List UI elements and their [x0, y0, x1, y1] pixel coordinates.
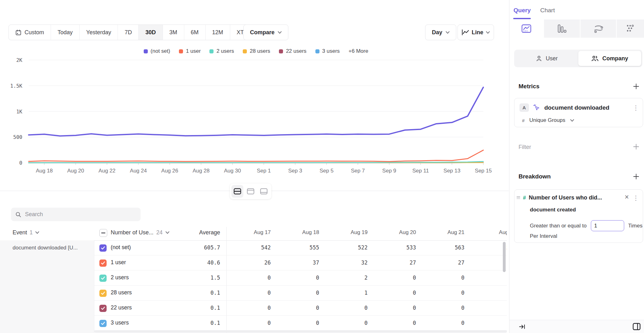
layout-toggle-group	[230, 183, 271, 199]
main-area: CustomTodayYesterday7D30D3M6M12MXTD Comp…	[0, 0, 509, 333]
granularity-button[interactable]: Day	[425, 25, 456, 40]
range-button-custom[interactable]: Custom	[9, 25, 51, 40]
svg-text:Aug 22: Aug 22	[98, 168, 115, 174]
horizontal-scrollbar[interactable]	[94, 330, 507, 333]
close-icon[interactable]: ×	[625, 194, 629, 201]
cell-value: 32	[324, 259, 373, 266]
date-column-header[interactable]: Aug 20	[373, 229, 421, 236]
chart-type-flow-button[interactable]	[580, 19, 617, 38]
range-button-30d[interactable]: 30D	[138, 25, 162, 40]
cell-value: 27	[421, 259, 469, 266]
date-column-header[interactable]: Aug 19	[324, 229, 373, 236]
series-checkbox[interactable]	[99, 244, 107, 252]
bottom-view-icon	[260, 188, 268, 194]
cell-value: 542	[227, 244, 276, 251]
date-column-header[interactable]: Aug 18	[276, 229, 324, 236]
user-icon	[536, 55, 542, 62]
check-icon	[101, 246, 105, 250]
select-all-checkbox[interactable]	[99, 229, 107, 237]
tab-query[interactable]: Query	[514, 7, 531, 14]
collapse-panel-icon[interactable]	[519, 324, 525, 330]
svg-text:Aug 30: Aug 30	[224, 168, 241, 174]
date-column-header[interactable]: Aug 17	[227, 229, 276, 236]
table-row[interactable]: (not set)605.754255552253356353	[94, 240, 507, 255]
event-name-cell[interactable]: document downloaded [U...	[0, 240, 94, 333]
svg-text:Sep 15: Sep 15	[475, 168, 492, 174]
table-row[interactable]: 1 user40.626373227272	[94, 255, 507, 270]
svg-text:Sep 7: Sep 7	[351, 168, 365, 174]
chart-type-button[interactable]: Line	[458, 25, 494, 40]
series-column-header[interactable]: Number of Use... 24	[111, 229, 169, 236]
series-checkbox[interactable]	[99, 259, 107, 267]
plus-icon	[633, 83, 640, 90]
drag-handle-icon[interactable]	[517, 197, 520, 199]
dot-grid-icon	[626, 24, 635, 33]
breakdown-menu-icon[interactable]: ⋮	[633, 195, 639, 201]
add-breakdown-button[interactable]	[633, 173, 640, 180]
table-row[interactable]: 3 users0.1000000	[94, 316, 507, 331]
cell-value: 533	[373, 244, 421, 251]
svg-text:Sep 1: Sep 1	[257, 168, 271, 174]
series-label: 3 users	[111, 319, 129, 326]
series-checkbox[interactable]	[99, 290, 107, 297]
range-button-6m[interactable]: 6M	[184, 25, 205, 40]
series-col-count: 24	[156, 229, 163, 236]
range-button-today[interactable]: Today	[51, 25, 79, 40]
chart-type-bar-button[interactable]	[544, 19, 580, 38]
date-column-headers: Aug 17Aug 18Aug 19Aug 20Aug 21Aug 2	[227, 229, 507, 236]
series-checkbox[interactable]	[99, 305, 107, 312]
table-search[interactable]	[11, 208, 141, 221]
row-values: 54255552253356353	[227, 244, 507, 251]
layout-split-button[interactable]	[231, 185, 243, 198]
line-chart[interactable]: 05001K1.5K2KAug 18Aug 20Aug 22Aug 24Aug …	[0, 44, 509, 179]
split-columns-icon[interactable]	[633, 323, 641, 330]
series-checkbox[interactable]	[99, 320, 107, 327]
cell-value: 0	[373, 275, 421, 281]
date-column-header[interactable]: Aug 21	[421, 229, 469, 236]
chart-type-grid-button[interactable]	[617, 19, 644, 38]
add-filter-button[interactable]	[633, 143, 640, 150]
metric-menu-icon[interactable]: ⋮	[633, 105, 639, 111]
breakdown-card[interactable]: # Number of Users who did... × ⋮ documen…	[514, 189, 643, 243]
metric-card[interactable]: A document downloaded ⋮ # Unique Groups	[514, 98, 643, 127]
tab-chart[interactable]: Chart	[540, 7, 555, 14]
table-row[interactable]: 28 users0.1001000	[94, 286, 507, 301]
add-metric-button[interactable]	[633, 83, 640, 90]
average-column-header[interactable]: Average	[189, 229, 220, 236]
check-icon	[101, 276, 105, 280]
average-value: 605.7	[189, 244, 220, 251]
date-column-header[interactable]: Aug 2	[469, 229, 507, 236]
line-chart-icon	[462, 29, 469, 35]
compare-button[interactable]: Compare	[243, 25, 288, 40]
range-button-3m[interactable]: 3M	[163, 25, 184, 40]
group-user-option[interactable]: User	[515, 51, 578, 66]
search-input[interactable]	[25, 211, 136, 218]
average-value: 0.1	[189, 305, 220, 311]
chevron-down-icon	[278, 31, 282, 34]
event-column-header[interactable]: Event 1	[13, 229, 39, 236]
range-button-yesterday[interactable]: Yesterday	[79, 25, 118, 40]
range-button-12m[interactable]: 12M	[205, 25, 230, 40]
vertical-scrollbar[interactable]	[503, 242, 506, 272]
group-company-option[interactable]: Company	[578, 51, 641, 66]
average-value: 0.1	[189, 320, 220, 326]
cell-value: 0	[227, 290, 276, 296]
breakdown-condition-row: Greater than or equal to Times	[530, 220, 642, 231]
svg-text:Sep 5: Sep 5	[319, 168, 333, 174]
table-row[interactable]: 2 users1.5002000	[94, 270, 507, 286]
cell-value: 0	[227, 305, 276, 311]
layout-table-only-button[interactable]	[258, 185, 270, 198]
svg-text:Aug 20: Aug 20	[67, 168, 84, 174]
cell-value: 0	[373, 320, 421, 326]
range-button-7d[interactable]: 7D	[118, 25, 138, 40]
table-row[interactable]: 22 users0.1000000	[94, 301, 507, 316]
metric-measure-row[interactable]: # Unique Groups	[522, 117, 574, 123]
chart-type-line-button[interactable]	[509, 19, 544, 38]
breakdown-event: document created	[530, 207, 576, 213]
layout-chart-only-button[interactable]	[245, 185, 257, 198]
plus-icon	[633, 143, 640, 150]
series-checkbox[interactable]	[99, 275, 107, 282]
cell-value: 2	[469, 259, 507, 266]
times-value-input[interactable]	[591, 220, 624, 231]
calendar-icon	[15, 30, 21, 35]
